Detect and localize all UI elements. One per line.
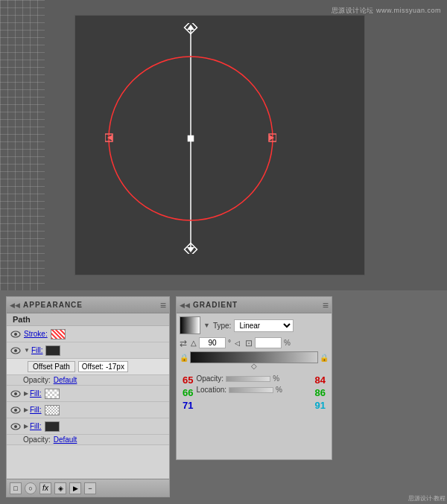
canvas-dark-rect bbox=[74, 15, 365, 275]
appearance-panel: ◀◀ APPEARANCE ≡ Path Stroke: bbox=[6, 296, 170, 497]
svg-marker-10 bbox=[187, 247, 194, 252]
left-color-values: 65 66 71 bbox=[183, 374, 193, 411]
fill-preview-3[interactable] bbox=[45, 405, 60, 415]
color-r-right: 84 bbox=[315, 374, 326, 386]
fill-preview-2[interactable] bbox=[45, 389, 60, 399]
canvas-area: 思源设计论坛 www.missyuan.com bbox=[0, 0, 447, 290]
angle-input[interactable]: 90 bbox=[199, 337, 226, 348]
fill-row-3: ▶ Fill: bbox=[7, 402, 169, 418]
watermark-bottom: 思源设计·教程 bbox=[408, 494, 446, 503]
path-label-row: Path bbox=[7, 313, 169, 326]
lock-icon-left: 🔒 bbox=[180, 354, 188, 362]
toolbar-icon-square[interactable]: □ bbox=[10, 482, 22, 494]
color-g-left: 66 bbox=[183, 387, 193, 398]
gradient-type-select[interactable]: Linear bbox=[234, 319, 294, 332]
bottom-panel: ◀◀ APPEARANCE ≡ Path Stroke: bbox=[0, 290, 447, 504]
opacity-label-grad: Opacity: bbox=[196, 374, 224, 383]
expand-triangle-2[interactable]: ▶ bbox=[24, 390, 28, 397]
gradient-title: GRADIENT bbox=[193, 301, 238, 309]
fill-preview[interactable] bbox=[45, 345, 60, 356]
toolbar-icon-play[interactable]: ▶ bbox=[69, 482, 81, 494]
toolbar-icon-circle[interactable]: ○ bbox=[25, 482, 37, 494]
svg-marker-9 bbox=[187, 25, 194, 30]
offset-value[interactable]: Offset: -17px bbox=[78, 361, 128, 372]
opacity-value-2[interactable]: Default bbox=[54, 436, 77, 444]
expand-triangle[interactable]: ▼ bbox=[24, 347, 30, 354]
eye-icon-stroke[interactable] bbox=[10, 329, 22, 339]
svg-point-12 bbox=[14, 333, 17, 336]
lock-icon-right: 🔒 bbox=[320, 354, 329, 362]
fill-label-4[interactable]: Fill: bbox=[30, 422, 42, 430]
opacity-label-2: Opacity: bbox=[23, 436, 51, 444]
gradient-type-label: Type: bbox=[213, 322, 231, 330]
opacity-location-col: Opacity: % Location: % bbox=[196, 374, 311, 394]
gradient-content: ▼ Type: Linear ⇄ △ 90 ° ◁ ⊡ % 🔒 bbox=[177, 313, 332, 415]
gradient-menu-btn[interactable]: ≡ bbox=[323, 300, 329, 310]
appearance-content: Path Stroke: ▼ Fill: Offse bbox=[7, 313, 169, 479]
angle-icon: △ bbox=[191, 339, 197, 347]
svg-point-20 bbox=[14, 425, 17, 428]
gradient-bottom: 65 66 71 Opacity: % Location: % bbox=[180, 373, 329, 412]
path-label: Path bbox=[13, 315, 31, 324]
percent-badge: % bbox=[284, 339, 291, 347]
svg-point-18 bbox=[14, 409, 17, 412]
opacity-label-1: Opacity: bbox=[23, 376, 51, 384]
swap-icon[interactable]: ⇄ bbox=[180, 338, 187, 348]
toolbar-icon-minus[interactable]: − bbox=[84, 482, 96, 494]
eye-icon-fill3[interactable] bbox=[10, 405, 22, 415]
gradient-angle-row: ⇄ △ 90 ° ◁ ⊡ % bbox=[180, 337, 329, 348]
expand-triangle-4[interactable]: ▶ bbox=[24, 423, 28, 430]
color-b-right: 91 bbox=[315, 400, 326, 411]
gradient-midpoint-handle[interactable]: ◇ bbox=[251, 362, 257, 370]
stroke-label[interactable]: Stroke: bbox=[24, 330, 48, 338]
expand-triangle-3[interactable]: ▶ bbox=[24, 406, 28, 413]
fill-label-3[interactable]: Fill: bbox=[30, 406, 42, 414]
location-row-grad: Location: % bbox=[196, 386, 311, 394]
fill-label[interactable]: Fill: bbox=[31, 346, 43, 354]
collapse-arrows[interactable]: ◀◀ bbox=[10, 302, 20, 309]
location-label-grad: Location: bbox=[196, 386, 226, 394]
gradient-collapse-arrows[interactable]: ◀◀ bbox=[180, 302, 190, 309]
offset-path-row: Offset Path Offset: -17px bbox=[7, 359, 169, 375]
fill-label-2[interactable]: Fill: bbox=[30, 389, 42, 398]
offset-path-button[interactable]: Offset Path bbox=[28, 361, 75, 372]
appearance-toolbar: □ ○ fx ◈ ▶ − bbox=[7, 479, 169, 497]
svg-point-14 bbox=[14, 349, 17, 352]
svg-rect-8 bbox=[188, 135, 194, 141]
gradient-type-row: ▼ Type: Linear bbox=[180, 316, 329, 334]
gradient-preview-box[interactable] bbox=[180, 316, 200, 334]
eye-icon-fill4[interactable] bbox=[10, 421, 22, 432]
toolbar-icon-diamond[interactable]: ◈ bbox=[54, 482, 66, 494]
aspect-percent-input[interactable] bbox=[255, 337, 282, 348]
reverse-icon[interactable]: ◁ bbox=[235, 339, 240, 347]
grid-overlay bbox=[0, 0, 45, 290]
opacity-percent: % bbox=[273, 374, 279, 383]
gradient-bar-container: 🔒 🔒 ◇ bbox=[180, 351, 329, 370]
gradient-dropdown-arrow[interactable]: ▼ bbox=[203, 322, 210, 329]
svg-point-16 bbox=[14, 392, 17, 395]
stroke-preview[interactable] bbox=[51, 329, 66, 339]
appearance-menu-btn[interactable]: ≡ bbox=[160, 300, 166, 310]
fill-row-2: ▶ Fill: bbox=[7, 386, 169, 402]
opacity-slider[interactable] bbox=[226, 376, 270, 382]
svg-marker-7 bbox=[269, 135, 274, 141]
opacity-row-1: Opacity: Default bbox=[7, 375, 169, 386]
shape-svg bbox=[105, 23, 276, 254]
opacity-row-2: Opacity: Default bbox=[7, 435, 169, 445]
eye-icon-fill2[interactable] bbox=[10, 389, 22, 399]
opacity-value-1[interactable]: Default bbox=[54, 376, 77, 384]
eye-icon-fill-gradient[interactable] bbox=[10, 345, 22, 356]
degree-symbol: ° bbox=[228, 339, 231, 347]
svg-marker-6 bbox=[107, 135, 112, 141]
toolbar-fx-btn[interactable]: fx bbox=[39, 482, 51, 494]
aspect-icon[interactable]: ⊡ bbox=[245, 338, 253, 348]
color-r-left: 65 bbox=[183, 374, 193, 386]
color-b-left: 71 bbox=[183, 400, 193, 411]
opacity-row-grad: Opacity: % bbox=[196, 374, 311, 383]
right-color-values: 84 86 91 bbox=[315, 374, 326, 411]
gradient-panel: ◀◀ GRADIENT ≡ ▼ Type: Linear ⇄ △ 90 bbox=[176, 296, 332, 460]
fill-preview-4[interactable] bbox=[45, 421, 60, 432]
stroke-row: Stroke: bbox=[7, 326, 169, 342]
location-slider[interactable] bbox=[229, 387, 273, 393]
gradient-title-bar: ◀◀ GRADIENT ≡ bbox=[177, 297, 332, 313]
